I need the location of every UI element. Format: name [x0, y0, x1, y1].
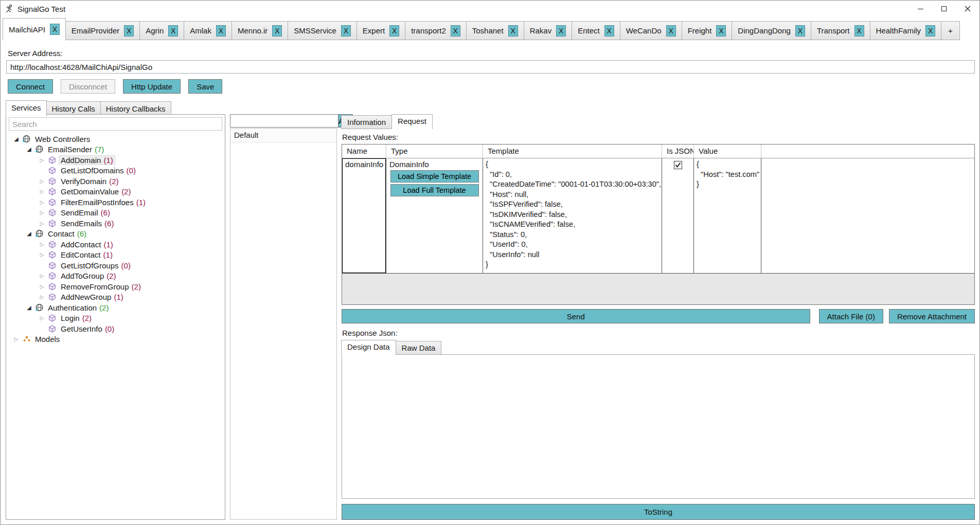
- expander-icon[interactable]: ▷: [39, 200, 45, 205]
- tab-rakav[interactable]: RakavX: [524, 21, 573, 40]
- tree-item-login[interactable]: ▷Login(2): [9, 313, 222, 324]
- expander-icon[interactable]: ◢: [13, 136, 20, 142]
- tab-design-data[interactable]: Design Data: [341, 340, 396, 355]
- tree-item-models[interactable]: ▷Models: [9, 334, 222, 345]
- remove-attachment-button[interactable]: Remove Attachment: [889, 309, 975, 323]
- tab-emailprovider[interactable]: EmailProviderX: [65, 21, 140, 40]
- template-json[interactable]: { "Id": 0, "CreatedDateTime": "0001-01-0…: [483, 158, 662, 273]
- tostring-button[interactable]: ToString: [342, 504, 975, 520]
- expander-icon[interactable]: ◢: [26, 146, 32, 153]
- tab-close-button[interactable]: X: [168, 25, 178, 37]
- tree-item-addnewgroup[interactable]: ▷AddNewGroup(1): [9, 292, 222, 303]
- tree-item-sendemails[interactable]: ▷SendEmails(6): [9, 218, 222, 229]
- tab-close-button[interactable]: X: [716, 25, 726, 37]
- tab-amlak[interactable]: AmlakX: [184, 21, 232, 40]
- tab-transport[interactable]: TransportX: [811, 21, 870, 40]
- tree-item-authentication[interactable]: ◢Authentication(2): [9, 302, 222, 313]
- tree-item-addcontact[interactable]: ▷AddContact(1): [9, 239, 222, 250]
- tab-close-button[interactable]: X: [216, 25, 226, 37]
- tree-item-getlistofgroups[interactable]: GetListOfGroups(0): [9, 260, 222, 271]
- tab-close-button[interactable]: X: [272, 25, 282, 37]
- tab-raw-data[interactable]: Raw Data: [396, 341, 442, 355]
- tree-item-adddomain[interactable]: ▷AddDomain(1): [9, 155, 222, 166]
- tab-freight[interactable]: FreightX: [682, 21, 733, 40]
- tab-agrin[interactable]: AgrinX: [139, 21, 184, 40]
- tab-entect[interactable]: EntectX: [572, 21, 620, 40]
- connect-button[interactable]: Connect: [8, 79, 53, 94]
- tab-close-button[interactable]: X: [795, 25, 805, 37]
- tab-close-button[interactable]: X: [341, 25, 351, 37]
- disconnect-button[interactable]: Disconncet: [61, 79, 115, 94]
- tab-menno-ir[interactable]: Menno.irX: [231, 21, 288, 40]
- response-body[interactable]: [342, 354, 975, 499]
- tab-close-button[interactable]: X: [50, 24, 60, 35]
- tab-smsservice[interactable]: SMSServiceX: [288, 21, 357, 40]
- tab-toshanet[interactable]: ToshanetX: [466, 21, 524, 40]
- expander-icon[interactable]: ▷: [39, 157, 45, 163]
- expander-icon[interactable]: ◢: [26, 230, 32, 237]
- tree-item-editcontact[interactable]: ▷EditContact(1): [9, 250, 222, 261]
- tree-item-getlistofdomains[interactable]: GetListOfDomains(0): [9, 166, 222, 176]
- tab-close-button[interactable]: X: [556, 25, 566, 37]
- tab-transport2[interactable]: transport2X: [405, 21, 467, 40]
- server-address-input[interactable]: [6, 60, 975, 74]
- minimize-button[interactable]: [908, 1, 932, 17]
- tab-close-button[interactable]: X: [451, 25, 460, 37]
- add-tab-button[interactable]: +: [941, 21, 960, 40]
- cell-name[interactable]: domainInfo: [342, 158, 386, 273]
- is-json-checkbox[interactable]: [674, 161, 682, 169]
- tab-services[interactable]: Services: [6, 100, 47, 116]
- tab-close-button[interactable]: X: [666, 25, 676, 37]
- tree-item-web-controllers[interactable]: ◢Web Controllers: [9, 134, 222, 144]
- tab-expert[interactable]: ExpertX: [357, 21, 405, 40]
- column-header-template[interactable]: Template: [483, 144, 662, 158]
- tab-close-button[interactable]: X: [389, 25, 399, 37]
- tree-item-getuserinfo[interactable]: GetUserInfo(0): [9, 323, 222, 334]
- expander-icon[interactable]: ▷: [39, 315, 45, 321]
- expander-icon[interactable]: ▷: [39, 178, 45, 184]
- expander-icon[interactable]: ◢: [26, 304, 32, 311]
- column-header-is-json[interactable]: Is JSON: [662, 144, 694, 158]
- tab-information[interactable]: Information: [341, 115, 392, 129]
- profile-name-input[interactable]: [230, 114, 338, 128]
- tab-close-button[interactable]: X: [508, 25, 518, 37]
- search-input[interactable]: [9, 117, 222, 131]
- expander-icon[interactable]: ▷: [39, 284, 45, 289]
- tree-item-contact[interactable]: ◢Contact(6): [9, 229, 222, 240]
- tab-close-button[interactable]: X: [604, 25, 614, 37]
- tree-item-emailsender[interactable]: ◢EmailSender(7): [9, 144, 222, 155]
- tab-wecando[interactable]: WeCanDoX: [620, 21, 682, 40]
- expander-icon[interactable]: ▷: [39, 242, 45, 247]
- column-header-value[interactable]: Value: [694, 144, 761, 158]
- tab-close-button[interactable]: X: [925, 25, 935, 37]
- http-update-button[interactable]: Http Update: [123, 79, 181, 94]
- tree-item-verifydomain[interactable]: ▷VerifyDomain(2): [9, 176, 222, 187]
- expander-icon[interactable]: ▷: [13, 336, 20, 342]
- tree-item-addtogroup[interactable]: ▷AddToGroup(2): [9, 271, 222, 282]
- expander-icon[interactable]: ▷: [39, 273, 45, 279]
- close-button[interactable]: [956, 1, 979, 17]
- tab-request[interactable]: Request: [391, 114, 433, 129]
- send-button[interactable]: Send: [342, 309, 810, 323]
- maximize-button[interactable]: [932, 1, 956, 17]
- tree-item-sendemail[interactable]: ▷SendEmail(6): [9, 208, 222, 219]
- profile-item-default[interactable]: Default: [230, 129, 336, 142]
- value-json[interactable]: { "Host": "test.com"}: [694, 158, 761, 273]
- expander-icon[interactable]: ▷: [39, 294, 45, 300]
- load-full-template-button[interactable]: Load Full Template: [390, 184, 479, 196]
- column-header-type[interactable]: Type: [386, 144, 483, 158]
- tab-mailchiapi[interactable]: MailchiAPIX: [3, 18, 66, 40]
- tab-dingdangdong[interactable]: DingDangDongX: [732, 21, 811, 40]
- expander-icon[interactable]: ▷: [39, 221, 45, 226]
- tree-item-getdomainvalue[interactable]: ▷GetDomainValue(2): [9, 187, 222, 197]
- column-header-name[interactable]: Name: [342, 144, 386, 158]
- expander-icon[interactable]: ▷: [39, 189, 45, 194]
- tree-item-filteremailpostinfoes[interactable]: ▷FilterEmailPostInfoes(1): [9, 197, 222, 208]
- expander-icon[interactable]: ▷: [39, 210, 45, 215]
- tab-close-button[interactable]: X: [124, 25, 134, 37]
- tab-close-button[interactable]: X: [854, 25, 864, 37]
- save-button[interactable]: Save: [188, 79, 222, 94]
- load-simple-template-button[interactable]: Load Simple Template: [390, 170, 479, 183]
- attach-file-button[interactable]: Attach File (0): [819, 309, 883, 323]
- expander-icon[interactable]: ▷: [39, 252, 45, 258]
